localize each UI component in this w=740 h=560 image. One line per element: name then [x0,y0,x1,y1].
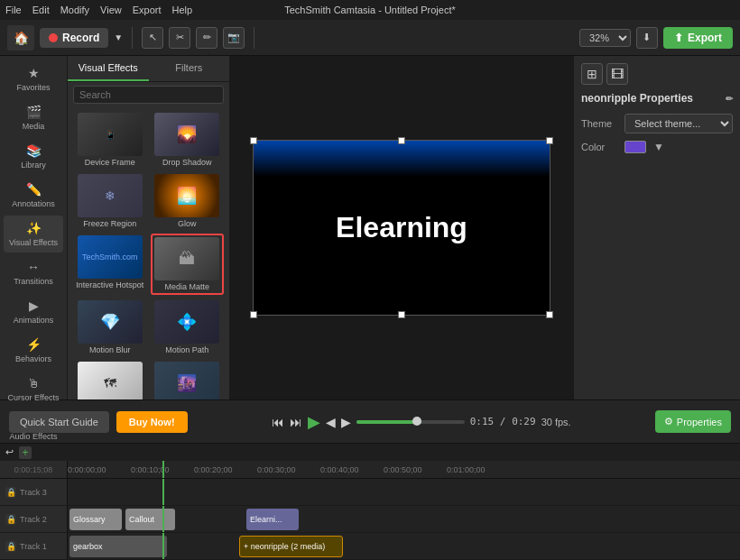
main-layout: ★ Favorites 🎬 Media 📚 Library ✏️ Annotat… [0,56,740,399]
quick-start-button[interactable]: Quick Start Guide [9,411,109,433]
props-color-arrow[interactable]: ▼ [653,141,664,153]
menu-modify[interactable]: Modify [60,5,89,15]
props-color-label: Color [581,142,617,152]
track-clip-glossary[interactable]: Glossary [69,509,122,530]
ruler-mark-0: 0:00:00;00 [68,465,106,474]
toolbar: 🏠 Record ▼ ↖ ✂ ✏ 📷 32% ⬇ ⬆ Export [0,20,740,56]
add-track-button[interactable]: + [19,446,32,459]
effect-motion-path[interactable]: 💠 Motion Path [151,298,225,356]
handle-tl[interactable] [250,137,257,144]
properties-panel: ⊞ 🎞 neonripple Properties ✏ Theme Select… [573,56,740,399]
buy-now-button[interactable]: Buy Now! [116,411,188,433]
visual-effects-icon: ✨ [26,221,42,235]
effect-glow[interactable]: 🌅 Glow [151,172,225,230]
crop-tool[interactable]: ✂ [169,27,190,49]
props-color-swatch[interactable] [624,141,646,153]
preview-text: Elearning [336,211,467,244]
sidebar-item-library[interactable]: 📚 Library [4,138,63,175]
select-tool[interactable]: ↖ [142,27,163,49]
record-chevron[interactable]: ▼ [114,32,123,42]
track-2-content[interactable]: Glossary Callout Elearni... [68,506,740,532]
menu-file[interactable]: File [5,5,22,15]
properties-label: Properties [677,417,722,427]
effect-device-frame-thumb: 📱 [78,113,143,156]
transitions-label: Transitions [14,277,53,286]
effect-device-frame[interactable]: 📱 Device Frame [73,111,147,169]
props-color-row: Color ▼ [581,141,733,153]
skip-back-button[interactable]: ⏮ [272,415,284,429]
home-button[interactable]: 🏠 [7,25,34,50]
menu-help[interactable]: Help [172,5,193,15]
props-edit-icon[interactable]: ✏ [726,94,733,104]
download-button[interactable]: ⬇ [636,27,658,49]
prev-frame-button[interactable]: ◀ [326,415,336,429]
ruler-mark-3: 0:00:30;00 [257,465,296,474]
record-webcam-tool[interactable]: 📷 [223,27,245,49]
handle-tr[interactable] [546,137,553,144]
menu-export[interactable]: Export [133,5,162,15]
playhead-handle[interactable] [412,417,421,426]
track-3-lock[interactable]: 🔒 [5,487,16,498]
playhead-bar[interactable] [356,420,465,424]
timeline-ruler: 0:00:00;00 0:00:10;00 0:00:20;00 0:00:30… [68,461,740,479]
media-icon: 🎬 [26,105,42,119]
sidebar-item-favorites[interactable]: ★ Favorites [4,60,63,97]
handle-bc[interactable] [398,311,405,318]
effect-freeze-region[interactable]: ❄ Freeze Region [73,172,147,230]
tab-visual-effects[interactable]: Visual Effects [68,56,149,81]
track-2-lock[interactable]: 🔒 [5,514,16,525]
undo-button[interactable]: ↩ [5,446,14,458]
record-dot [49,33,58,42]
handle-bl[interactable] [250,311,257,318]
track-clip-neonripple[interactable]: + neonripple (2 media) [239,536,343,557]
track-3-content[interactable] [68,479,740,505]
preview-gradient [254,141,550,177]
step-back-button[interactable]: ⏭ [290,415,302,429]
effect-interactive-hotspot-label: Interactive Hotspot [76,280,143,289]
menu-edit[interactable]: Edit [32,5,50,15]
track-1-content[interactable]: gearbox + neonripple (2 media) [68,533,740,559]
sidebar-item-behaviors[interactable]: ⚡ Behaviors [4,332,63,369]
play-button[interactable]: ▶ [308,412,320,432]
effect-freeze-region-thumb: ❄ [78,174,143,217]
handle-br[interactable] [546,311,553,318]
tab-filters[interactable]: Filters [149,56,230,81]
effect-drop-shadow[interactable]: 🌄 Drop Shadow [151,111,225,169]
bottom-controls: Quick Start Guide Buy Now! ⏮ ⏭ ▶ ◀ ▶ 0:1… [0,399,740,443]
effect-motion-blur[interactable]: 💎 Motion Blur [73,298,147,356]
effect-outline-edges[interactable]: 🗺 Outline Edges [73,360,147,399]
menu-view[interactable]: View [100,5,122,15]
track-1-lock[interactable]: 🔒 [5,541,16,552]
handle-tc[interactable] [398,137,405,144]
effect-motion-blur-thumb: 💎 [78,300,143,344]
track-1-playhead [162,533,164,559]
effect-device-frame-label: Device Frame [85,158,135,167]
search-input[interactable] [73,86,224,104]
effect-media-matte[interactable]: 🏔 Media Matte [151,234,225,295]
sidebar-item-media[interactable]: 🎬 Media [4,99,63,136]
properties-panel-button[interactable]: ⚙ Properties [655,410,731,433]
props-view-1[interactable]: ⊞ [581,63,603,85]
sidebar-item-transitions[interactable]: ↔ Transitions [4,254,63,291]
annotation-tool[interactable]: ✏ [196,27,217,49]
track-row-3: 🔒 Track 3 [0,479,740,506]
export-button[interactable]: ⬆ Export [663,27,733,49]
library-label: Library [21,161,46,170]
time-display: 0:15 / 0:29 [470,416,536,427]
next-frame-button[interactable]: ▶ [341,415,351,429]
effect-interactive-hotspot[interactable]: TechSmith.com Interactive Hotspot [73,234,147,295]
props-theme-label: Theme [581,118,617,129]
props-theme-select[interactable]: Select theme... [624,114,733,133]
track-clip-gearbox[interactable]: gearbox [69,536,167,557]
zoom-select[interactable]: 32% [579,29,631,47]
sidebar-item-animations[interactable]: ▶ Animations [4,293,63,330]
track-clip-callout[interactable]: Callout [125,509,175,530]
effect-reflection[interactable]: 🌆 Reflection [151,360,225,399]
sidebar-item-visual-effects[interactable]: ✨ Visual Effects [4,216,63,252]
effect-motion-blur-label: Motion Blur [89,345,131,354]
track-clip-elearning[interactable]: Elearni... [246,509,299,530]
sidebar-item-cursor-effects[interactable]: 🖱 Cursor Effects [4,371,63,408]
sidebar-item-annotations[interactable]: ✏️ Annotations [4,177,63,214]
record-button[interactable]: Record [40,28,108,48]
props-view-2[interactable]: 🎞 [606,63,628,85]
